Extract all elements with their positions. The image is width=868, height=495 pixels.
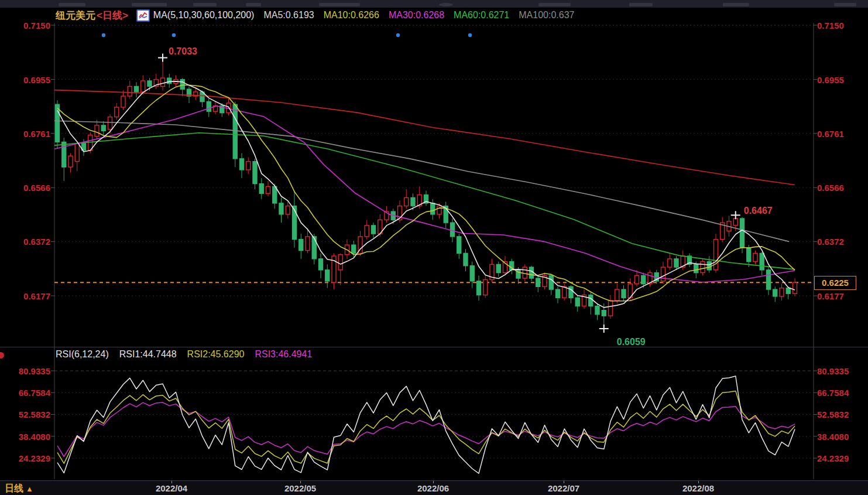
ma-indicator-title: MA(5,10,30,60,100,200) <box>153 10 255 21</box>
rsi-axis-label: 66.7584 <box>817 388 849 398</box>
rsi-axis-label: 38.4080 <box>817 432 849 442</box>
svg-text:0.6059: 0.6059 <box>617 337 646 347</box>
price-axis-label: 0.6955 <box>5 75 50 85</box>
rsi-axis-label: 52.5832 <box>817 409 849 419</box>
price-axis-label: 0.6372 <box>5 237 50 247</box>
trading-app-window: 纽元美元 <日线> MA(5,10,30,60,100,200) MA5:0.6… <box>0 0 868 495</box>
price-axis-label: 0.6177 <box>5 291 50 301</box>
top-toolbar-strip <box>0 0 868 8</box>
price-axis-label: 0.6761 <box>817 129 844 139</box>
rsi3-value: RSI3:46.4941 <box>255 349 312 360</box>
last-price-tag: 0.6225 <box>814 276 856 290</box>
rsi-indicator-title: RSI(6,12,24) <box>56 349 109 360</box>
period-tag: <日线> <box>97 9 128 22</box>
rsi2-value: RSI2:45.6290 <box>187 349 245 360</box>
rsi-axis-label: 24.2329 <box>5 453 50 463</box>
ma30-value: MA30:0.6268 <box>389 10 444 21</box>
date-label: 2022/04 <box>156 483 187 493</box>
rsi-axis-label: 52.5832 <box>5 409 50 419</box>
rsi-axis-label: 38.4080 <box>5 432 50 442</box>
price-axis-label: 0.6372 <box>817 237 844 247</box>
rsi-header: RSI(6,12,24) RSI1:44.7448 RSI2:45.6290 R… <box>56 349 323 360</box>
rsi-axis-label: 24.2329 <box>817 453 849 463</box>
symbol-name: 纽元美元 <box>56 9 95 22</box>
line-chart-icon <box>136 9 150 22</box>
price-axis-label: 0.6955 <box>817 75 844 85</box>
price-axis-label: 0.6566 <box>5 183 50 193</box>
date-label: 2022/08 <box>682 483 714 493</box>
ma10-value: MA10:0.6266 <box>324 10 379 21</box>
chart-header: 纽元美元 <日线> MA(5,10,30,60,100,200) MA5:0.6… <box>0 8 868 23</box>
ma5-value: MA5:0.6193 <box>263 10 314 21</box>
ma60-value: MA60:0.6271 <box>454 10 509 21</box>
date-label: 2022/07 <box>548 483 579 493</box>
price-axis-label: 0.6761 <box>5 129 50 139</box>
time-axis-bar: 日线▲ 2022/04 2022/05 2022/06 2022/07 2022… <box>0 480 868 495</box>
rsi-axis-label: 80.9335 <box>5 366 50 376</box>
rsi-axis-label: 66.7584 <box>5 388 50 398</box>
caret-up-icon: ▲ <box>26 484 33 493</box>
rsi1-value: RSI1:44.7448 <box>119 349 177 360</box>
price-axis-label: 0.6177 <box>817 291 844 301</box>
price-axis-label: 0.6566 <box>817 183 844 193</box>
period-selector[interactable]: 日线▲ <box>5 483 33 495</box>
date-label: 2022/06 <box>417 483 449 493</box>
svg-text:0.7033: 0.7033 <box>169 46 197 56</box>
chart-canvas[interactable]: 0.70330.64670.6059 <box>0 0 868 495</box>
ma100-value: MA100:0.637 <box>519 10 574 21</box>
rsi-axis-label: 80.9335 <box>817 366 849 376</box>
date-label: 2022/05 <box>284 483 316 493</box>
svg-text:0.6467: 0.6467 <box>744 206 773 216</box>
